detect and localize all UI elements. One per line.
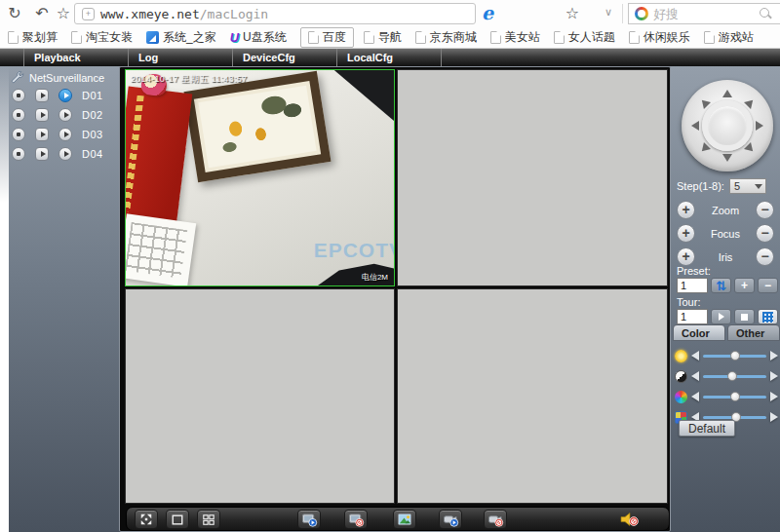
contrast-slider[interactable]	[703, 375, 766, 378]
tab-localcfg[interactable]: LocalCfg	[337, 49, 442, 66]
channel-label[interactable]: D02	[82, 109, 103, 121]
tab-log[interactable]: Log	[129, 49, 233, 66]
zoom-label: Zoom	[712, 205, 739, 216]
channel-label[interactable]: D04	[82, 148, 103, 160]
bookmark-item-highlighted[interactable]: 百度	[300, 27, 354, 48]
increase-arrow-icon[interactable]	[770, 392, 778, 401]
video-cell-3-empty[interactable]	[125, 288, 395, 504]
channel-stream-button-active[interactable]	[58, 89, 72, 102]
tour-input[interactable]: 1	[677, 309, 708, 324]
search-icon[interactable]	[759, 7, 772, 20]
ptz-up-icon[interactable]	[722, 90, 732, 97]
browser-toolbar: ↻ ↶ ☆ + www.xmeye.net/macLogin e ☆ ∨	[0, 0, 780, 27]
record-start-icon[interactable]	[439, 510, 462, 529]
decrease-arrow-icon[interactable]	[691, 371, 699, 381]
ptz-down-right-icon[interactable]	[744, 142, 757, 155]
video-cell-2-empty[interactable]	[397, 69, 668, 286]
zoom-out-button[interactable]: −	[756, 201, 774, 219]
bookmark-item[interactable]: 女人话题	[554, 29, 615, 46]
focus-out-button[interactable]: −	[756, 224, 774, 243]
increase-arrow-icon[interactable]	[770, 412, 778, 422]
ptz-left-icon[interactable]	[691, 121, 699, 131]
preset-input[interactable]: 1	[677, 278, 708, 293]
page-icon	[490, 31, 501, 44]
video-cell-1-active[interactable]: 2014-10-17 星期五 11:43:57 EPCOTV 电信2M	[125, 69, 395, 286]
channel-stream-button[interactable]	[58, 147, 72, 161]
decrease-arrow-icon[interactable]	[691, 392, 699, 401]
snapshot-icon[interactable]	[393, 510, 416, 529]
video-cell-4-empty[interactable]	[397, 288, 668, 504]
channel-stream-button[interactable]	[58, 128, 72, 141]
channel-label[interactable]: D03	[82, 129, 103, 140]
ie-logo-icon[interactable]: e	[477, 3, 498, 24]
increase-arrow-icon[interactable]	[770, 351, 778, 361]
address-bar[interactable]: + www.xmeye.net/macLogin	[74, 3, 476, 24]
tab-playback[interactable]: Playback	[24, 49, 129, 66]
channel-stop-button[interactable]	[12, 147, 25, 161]
single-view-icon[interactable]	[166, 510, 189, 529]
bookmark-label: 京东商城	[430, 29, 477, 46]
bookmark-item[interactable]: 休闲娱乐	[629, 29, 690, 46]
quad-view-icon[interactable]	[197, 510, 220, 529]
focus-in-button[interactable]: +	[677, 224, 695, 243]
channel-stop-button[interactable]	[12, 108, 25, 122]
ptz-down-icon[interactable]	[722, 154, 732, 162]
bookmark-item[interactable]: 聚划算	[8, 29, 58, 46]
bookmark-label: 淘宝女装	[86, 29, 133, 46]
tab-color[interactable]: Color	[673, 324, 725, 341]
ptz-center-button[interactable]	[702, 100, 753, 151]
search-input[interactable]	[653, 7, 759, 21]
zoom-in-button[interactable]: +	[677, 201, 695, 219]
favorite-star-icon[interactable]: ☆	[53, 3, 74, 24]
ptz-up-right-icon[interactable]	[744, 96, 757, 109]
bookmark-item[interactable]: 系统_之家	[146, 29, 216, 46]
channel-play-button[interactable]	[35, 128, 49, 141]
preset-controls: 1 ⇅ + −	[677, 278, 778, 293]
brightness-slider[interactable]	[703, 355, 766, 358]
close-all-video-icon[interactable]	[344, 510, 368, 529]
chevron-down-icon[interactable]: ∨	[604, 6, 612, 19]
increase-arrow-icon[interactable]	[770, 371, 778, 381]
tab-other[interactable]: Other	[727, 324, 780, 341]
back-icon[interactable]: ↶	[31, 3, 53, 24]
camera-name-overlay: 电信2M	[362, 272, 388, 283]
preset-remove-button[interactable]: −	[758, 278, 778, 293]
decrease-arrow-icon[interactable]	[691, 351, 699, 361]
bookmark-star-icon[interactable]: ☆	[562, 3, 583, 24]
channel-play-button[interactable]	[35, 147, 49, 161]
default-button[interactable]: Default	[679, 420, 735, 437]
iris-close-button[interactable]: −	[756, 247, 774, 266]
open-all-video-icon[interactable]	[297, 510, 321, 529]
bookmark-item[interactable]: 导航	[364, 29, 402, 46]
tab-devicecfg[interactable]: DeviceCfg	[233, 49, 337, 66]
preset-goto-button[interactable]: ⇅	[711, 278, 731, 293]
record-stop-icon[interactable]	[484, 510, 507, 529]
refresh-icon[interactable]: ↻	[4, 3, 25, 24]
saturation-slider[interactable]	[703, 396, 766, 399]
bookmark-item[interactable]: 美女站	[490, 29, 540, 46]
bookmark-item[interactable]: 京东商城	[415, 29, 477, 46]
ptz-right-icon[interactable]	[756, 121, 763, 131]
brightness-slider-row	[675, 348, 778, 363]
channel-label[interactable]: D01	[82, 90, 103, 101]
hue-slider[interactable]	[703, 416, 766, 419]
channel-stop-button[interactable]	[12, 128, 25, 141]
bookmark-item[interactable]: 游戏站	[704, 29, 754, 46]
preset-add-button[interactable]: +	[734, 278, 755, 293]
fullscreen-icon[interactable]	[135, 510, 158, 529]
tour-list-button[interactable]	[758, 309, 778, 324]
tour-stop-button[interactable]	[734, 309, 755, 324]
iris-open-button[interactable]: +	[677, 247, 695, 266]
ptz-down-left-icon[interactable]	[698, 142, 711, 155]
step-select[interactable]: 5	[729, 178, 766, 194]
channel-stream-button[interactable]	[58, 108, 72, 122]
bookmark-item[interactable]: UU盘系统	[230, 29, 287, 46]
tour-play-button[interactable]	[711, 309, 731, 324]
camera-feed: 2014-10-17 星期五 11:43:57 EPCOTV 电信2M	[126, 70, 394, 285]
channel-stop-button[interactable]	[12, 89, 25, 102]
audio-muted-icon[interactable]	[619, 511, 643, 530]
bookmark-item[interactable]: 淘宝女装	[71, 29, 133, 46]
device-tree-root[interactable]: NetSurveillance	[10, 70, 104, 85]
channel-play-button[interactable]	[35, 108, 49, 122]
channel-play-button[interactable]	[35, 89, 49, 102]
